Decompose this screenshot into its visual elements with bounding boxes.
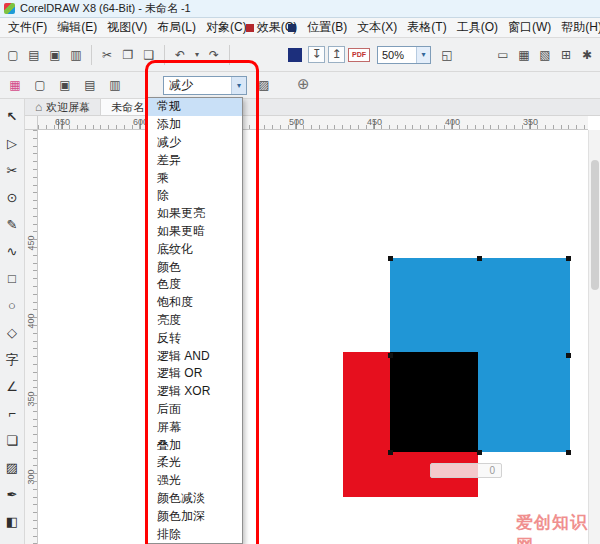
print-icon[interactable]: ▥: [67, 46, 85, 64]
vertical-scrollbar[interactable]: [588, 130, 600, 544]
merge-mode-option[interactable]: 强光: [148, 472, 242, 490]
new-document-icon[interactable]: ▢: [4, 46, 22, 64]
menu-decoration-blue-icon: [288, 24, 296, 32]
connector-tool-icon[interactable]: ⌐: [2, 405, 22, 422]
merge-overlap-region[interactable]: [390, 352, 478, 452]
menu-item[interactable]: 布局(L): [152, 17, 201, 38]
menu-item[interactable]: 窗口(W): [503, 17, 556, 38]
menu-item[interactable]: 位置(B): [302, 17, 352, 38]
menu-item[interactable]: 工具(O): [452, 17, 503, 38]
merge-mode-option[interactable]: 排除: [148, 525, 242, 543]
show-guidelines-icon[interactable]: ▧: [536, 46, 554, 64]
show-grid-icon[interactable]: ▦: [515, 46, 533, 64]
vertical-ruler[interactable]: 450 400 350 300: [25, 130, 38, 544]
transparency-tool-icon[interactable]: ▨: [2, 459, 22, 476]
paste-icon[interactable]: ❑: [140, 46, 158, 64]
text-tool-icon[interactable]: 字: [2, 351, 22, 368]
horizontal-ruler[interactable]: 650 600 550 500 450 400 350: [38, 116, 588, 130]
selection-handle[interactable]: [477, 450, 482, 455]
menu-item[interactable]: 对象(C): [201, 17, 252, 38]
no-transparency-icon[interactable]: ▢: [31, 76, 49, 94]
merge-mode-option[interactable]: 柔光: [148, 454, 242, 472]
merge-mode-option[interactable]: 颜色: [148, 258, 242, 276]
merge-mode-option[interactable]: 色度: [148, 276, 242, 294]
fountain-transparency-icon[interactable]: ▤: [81, 76, 99, 94]
shape-tool-icon[interactable]: ▷: [2, 135, 22, 152]
selection-handle[interactable]: [566, 450, 571, 455]
rectangle-tool-icon[interactable]: □: [2, 270, 22, 287]
uniform-transparency-icon[interactable]: ▣: [56, 76, 74, 94]
scrollbar-thumb[interactable]: [591, 160, 599, 290]
zoom-level-combo[interactable]: 50% ▾: [377, 46, 431, 64]
application-launcher-icon[interactable]: [288, 48, 302, 62]
copy-icon[interactable]: ❐: [119, 46, 137, 64]
undo-icon[interactable]: ↶: [171, 46, 189, 64]
merge-mode-option[interactable]: 乘: [148, 169, 242, 187]
transparency-target-icon[interactable]: ▨: [255, 76, 273, 94]
redo-icon[interactable]: ↷: [205, 46, 223, 64]
polygon-tool-icon[interactable]: ◇: [2, 324, 22, 341]
merge-mode-option[interactable]: 后面: [148, 401, 242, 419]
merge-mode-option[interactable]: 亮度: [148, 312, 242, 330]
merge-mode-option[interactable]: 差异: [148, 151, 242, 169]
merge-mode-option[interactable]: 逻辑 XOR: [148, 383, 242, 401]
merge-mode-option[interactable]: 如果更暗: [148, 223, 242, 241]
save-icon[interactable]: ▣: [46, 46, 64, 64]
merge-mode-option[interactable]: 饱和度: [148, 294, 242, 312]
merge-mode-option[interactable]: 逻辑 AND: [148, 347, 242, 365]
merge-mode-combo[interactable]: 减少 ▾: [163, 76, 247, 95]
tab-welcome-screen[interactable]: ⌂ 欢迎屏幕: [25, 99, 101, 115]
selection-handle[interactable]: [388, 353, 393, 358]
merge-mode-caret-icon[interactable]: ▾: [231, 77, 246, 94]
menu-item[interactable]: 编辑(E): [52, 17, 102, 38]
merge-mode-option[interactable]: 屏幕: [148, 418, 242, 436]
zoom-tool-icon[interactable]: ⊙: [2, 189, 22, 206]
merge-mode-option[interactable]: 添加: [148, 116, 242, 134]
menu-item[interactable]: 表格(T): [402, 17, 451, 38]
show-rulers-icon[interactable]: ▭: [494, 46, 512, 64]
merge-mode-option[interactable]: 颜色减淡: [148, 490, 242, 508]
freehand-tool-icon[interactable]: ✎: [2, 216, 22, 233]
dimension-tool-icon[interactable]: ∠: [2, 378, 22, 395]
ruler-label: 600: [133, 117, 148, 127]
menu-item[interactable]: 帮助(H): [556, 17, 600, 38]
selection-handle[interactable]: [566, 256, 571, 261]
fill-tool-icon[interactable]: ◧: [2, 513, 22, 530]
fullscreen-preview-icon[interactable]: ◱: [438, 46, 456, 64]
artistic-media-tool-icon[interactable]: ∿: [2, 243, 22, 260]
zoom-dropdown-caret-icon[interactable]: ▾: [416, 47, 430, 63]
cut-icon[interactable]: ✂: [98, 46, 116, 64]
import-icon[interactable]: ↧: [308, 46, 325, 63]
undo-dropdown-caret-icon[interactable]: ▾: [192, 46, 202, 64]
ruler-origin-box[interactable]: [25, 116, 38, 130]
menu-item[interactable]: 文件(F): [3, 17, 52, 38]
menu-item[interactable]: 文本(X): [352, 17, 402, 38]
drop-shadow-tool-icon[interactable]: ❏: [2, 432, 22, 449]
selection-handle[interactable]: [388, 256, 393, 261]
merge-mode-option[interactable]: 底纹化: [148, 240, 242, 258]
selection-handle[interactable]: [477, 256, 482, 261]
merge-mode-option[interactable]: 减少: [148, 134, 242, 152]
selection-handle[interactable]: [388, 450, 393, 455]
apply-icon[interactable]: ⊕: [297, 75, 310, 93]
merge-mode-option[interactable]: 如果更亮: [148, 205, 242, 223]
export-icon[interactable]: ↥: [328, 46, 345, 63]
options-icon[interactable]: ✱: [578, 46, 596, 64]
publish-pdf-icon[interactable]: PDF: [348, 48, 370, 62]
pattern-transparency-icon[interactable]: ▥: [106, 76, 124, 94]
merge-mode-option[interactable]: 除: [148, 187, 242, 205]
merge-mode-option[interactable]: 颜色加深: [148, 507, 242, 525]
eyedropper-tool-icon[interactable]: ✒: [2, 486, 22, 503]
ellipse-tool-icon[interactable]: ○: [2, 297, 22, 314]
merge-mode-option[interactable]: 叠加: [148, 436, 242, 454]
merge-mode-option[interactable]: 逻辑 OR: [148, 365, 242, 383]
menu-item[interactable]: 视图(V): [102, 17, 152, 38]
pick-tool-icon[interactable]: ↖: [2, 108, 22, 125]
crop-tool-icon[interactable]: ✂: [2, 162, 22, 179]
snap-to-icon[interactable]: ⊞: [557, 46, 575, 64]
open-icon[interactable]: ▤: [25, 46, 43, 64]
merge-mode-option[interactable]: 常规: [148, 98, 242, 116]
selection-handle[interactable]: [566, 353, 571, 358]
merge-mode-option[interactable]: 反转: [148, 329, 242, 347]
transparency-picker-icon[interactable]: ▦: [6, 76, 24, 94]
